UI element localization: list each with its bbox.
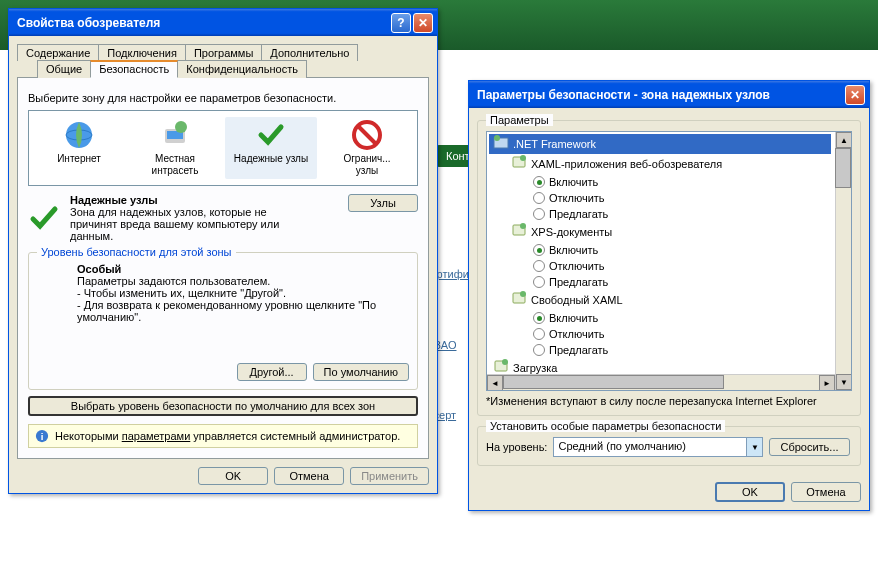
ok-button-2[interactable]: OK: [715, 482, 785, 502]
tree-label: Включить: [549, 310, 598, 326]
info-bar: i Некоторыми параметрами управляется сис…: [28, 424, 418, 448]
close-button[interactable]: ✕: [413, 13, 433, 33]
parameters-label: Параметры: [486, 114, 553, 126]
tree-node[interactable]: Включить: [489, 242, 831, 258]
tree-node[interactable]: Предлагать: [489, 342, 831, 358]
radio-button[interactable]: [533, 260, 545, 272]
security-level-label: Уровень безопасности для этой зоны: [37, 246, 236, 258]
tree-label: Отключить: [549, 258, 605, 274]
tab-connections[interactable]: Подключения: [98, 44, 186, 61]
leaf-icon: [511, 290, 527, 310]
svg-point-4: [175, 121, 187, 133]
tree-node[interactable]: XPS-документы: [489, 222, 831, 242]
tabs-row-2: Общие Безопасность Конфиденциальность: [17, 60, 429, 78]
info-icon: i: [35, 429, 49, 443]
tree-node[interactable]: Включить: [489, 174, 831, 190]
zone-title: Надежные узлы: [70, 194, 338, 206]
tree-label: Свободный XAML: [531, 292, 623, 308]
tree-node[interactable]: Отключить: [489, 258, 831, 274]
security-settings-window: Параметры безопасности - зона надежных у…: [468, 80, 870, 511]
zone-intranet[interactable]: Местная интрасеть: [129, 117, 221, 179]
svg-point-12: [520, 155, 526, 161]
vscroll-thumb[interactable]: [835, 148, 851, 188]
reset-button[interactable]: Сбросить...: [769, 438, 849, 456]
tree-label: Предлагать: [549, 342, 608, 358]
tab-programs[interactable]: Программы: [185, 44, 262, 61]
info-text: Некоторыми параметрами управляется систе…: [55, 430, 400, 442]
horizontal-scrollbar[interactable]: ◄ ►: [487, 374, 835, 390]
radio-button[interactable]: [533, 328, 545, 340]
radio-button[interactable]: [533, 192, 545, 204]
reset-all-zones-button[interactable]: Выбрать уровень безопасности по умолчани…: [28, 396, 418, 416]
scroll-left-button[interactable]: ◄: [487, 375, 503, 391]
radio-button[interactable]: [533, 244, 545, 256]
titlebar-2[interactable]: Параметры безопасности - зона надежных у…: [469, 81, 869, 108]
level-line1: Параметры задаются пользователем.: [77, 275, 409, 287]
vertical-scrollbar[interactable]: ▲ ▼: [835, 132, 851, 390]
svg-point-18: [502, 359, 508, 365]
tree-label: XAML-приложения веб-обозревателя: [531, 156, 722, 172]
cancel-button[interactable]: Отмена: [274, 467, 344, 485]
tree-node[interactable]: XAML-приложения веб-обозревателя: [489, 154, 831, 174]
radio-button[interactable]: [533, 208, 545, 220]
cancel-button-2[interactable]: Отмена: [791, 482, 861, 502]
zone-restricted[interactable]: Огранич... узлы: [321, 117, 413, 179]
reset-group: Установить особые параметры безопасности…: [477, 426, 861, 466]
tree-node[interactable]: Отключить: [489, 326, 831, 342]
leaf-icon: [511, 222, 527, 242]
internet-options-window: Свойства обозревателя ? ✕ Содержание Под…: [8, 8, 438, 494]
sites-button[interactable]: Узлы: [348, 194, 418, 212]
radio-button[interactable]: [533, 344, 545, 356]
zone-prompt: Выберите зону для настройки ее параметро…: [28, 92, 418, 104]
zone-list[interactable]: Интернет Местная интрасеть Надежные узлы…: [28, 110, 418, 186]
tree-label: Включить: [549, 174, 598, 190]
apply-button[interactable]: Применить: [350, 467, 429, 485]
tree-label: Отключить: [549, 326, 605, 342]
custom-level-button[interactable]: Другой...: [237, 363, 307, 381]
zone-internet[interactable]: Интернет: [33, 117, 125, 179]
tree-label: Предлагать: [549, 274, 608, 290]
tree-node[interactable]: Отключить: [489, 190, 831, 206]
tab-content[interactable]: Содержание: [17, 44, 99, 61]
tab-advanced[interactable]: Дополнительно: [261, 44, 358, 61]
ok-button[interactable]: OK: [198, 467, 268, 485]
tree-node[interactable]: Предлагать: [489, 206, 831, 222]
level-line2: - Чтобы изменить их, щелкните "Другой".: [77, 287, 409, 299]
tab-privacy[interactable]: Конфиденциальность: [177, 60, 307, 78]
help-button[interactable]: ?: [391, 13, 411, 33]
tab-general[interactable]: Общие: [37, 60, 91, 78]
tab-security[interactable]: Безопасность: [90, 60, 178, 78]
tree-label: XPS-документы: [531, 224, 612, 240]
tab-panel: Выберите зону для настройки ее параметро…: [17, 77, 429, 459]
tree-node[interactable]: Включить: [489, 310, 831, 326]
reset-level-combo[interactable]: Средний (по умолчанию) ▼: [553, 437, 763, 457]
globe-icon: [63, 119, 95, 151]
tree-node[interactable]: Свободный XAML: [489, 290, 831, 310]
tree-node[interactable]: Предлагать: [489, 274, 831, 290]
radio-button[interactable]: [533, 276, 545, 288]
restricted-icon: [351, 119, 383, 151]
scroll-down-button[interactable]: ▼: [836, 374, 852, 390]
close-button-2[interactable]: ✕: [845, 85, 865, 105]
titlebar[interactable]: Свойства обозревателя ? ✕: [9, 9, 437, 36]
info-link[interactable]: параметрами: [122, 430, 191, 442]
settings-tree[interactable]: .NET FrameworkXAML-приложения веб-обозре…: [486, 131, 852, 391]
zone-description: Зона для надежных узлов, которые не прич…: [70, 206, 300, 242]
svg-point-10: [494, 135, 500, 141]
leaf-icon: [511, 154, 527, 174]
svg-point-14: [520, 223, 526, 229]
zone-trusted[interactable]: Надежные узлы: [225, 117, 317, 179]
reset-to-label: На уровень:: [486, 441, 547, 453]
tree-node[interactable]: .NET Framework: [489, 134, 831, 154]
trusted-check-icon: [28, 194, 60, 242]
scroll-up-button[interactable]: ▲: [836, 132, 852, 148]
default-level-button[interactable]: По умолчанию: [313, 363, 409, 381]
dropdown-arrow-icon[interactable]: ▼: [746, 438, 762, 456]
radio-button[interactable]: [533, 312, 545, 324]
svg-point-16: [520, 291, 526, 297]
scroll-right-button[interactable]: ►: [819, 375, 835, 391]
hscroll-thumb[interactable]: [503, 375, 724, 389]
window-title-2: Параметры безопасности - зона надежных у…: [473, 88, 845, 102]
radio-button[interactable]: [533, 176, 545, 188]
intranet-icon: [159, 119, 191, 151]
